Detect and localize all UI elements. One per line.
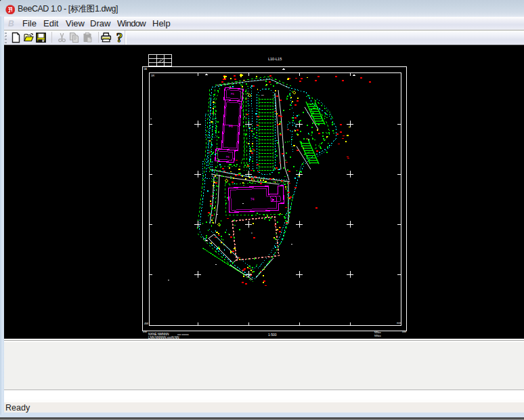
svg-text:▪▪▪: ▪▪▪: [261, 94, 264, 97]
svg-text:1R: 1R: [151, 74, 154, 77]
svg-text:x: x: [251, 232, 253, 234]
svg-text:mm: mm: [397, 321, 401, 324]
svg-text:4W: 4W: [143, 330, 147, 333]
svg-text:F6: F6: [229, 124, 233, 128]
svg-text:F6: F6: [231, 92, 234, 96]
svg-text:4W: 4W: [402, 330, 406, 333]
svg-text:xxx xxxxxx: xxx xxxxxx: [177, 333, 189, 336]
svg-text:1:500: 1:500: [268, 333, 277, 337]
svg-text:F6: F6: [226, 155, 230, 159]
svg-text:74: 74: [250, 197, 255, 201]
svg-text:L10-L15: L10-L15: [268, 57, 282, 61]
svg-text:?: ?: [116, 32, 123, 43]
svg-text:NNxx: NNxx: [374, 334, 381, 337]
svg-text:4W: 4W: [144, 322, 148, 325]
svg-text:1A: 1A: [144, 67, 147, 70]
